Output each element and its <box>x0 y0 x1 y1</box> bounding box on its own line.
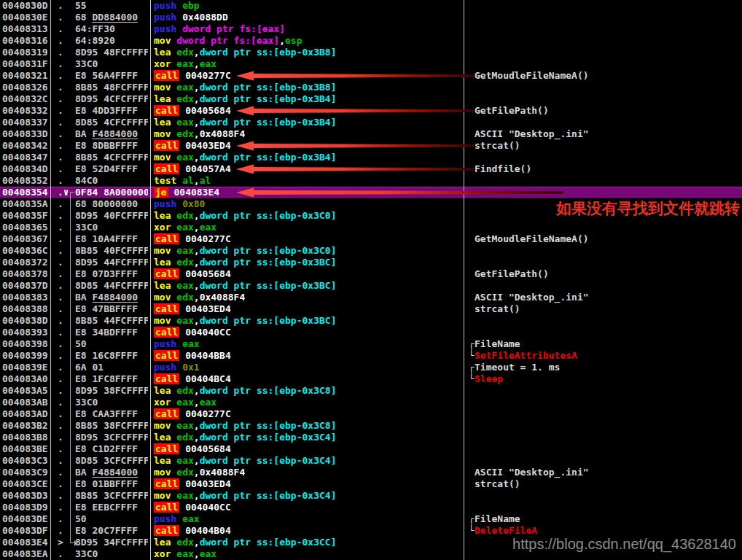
instruction-cell: xor eax,eax <box>154 397 216 408</box>
disasm-row[interactable]: 0040834D.E8 52D4FFFFcall 004057A4Findfil… <box>0 163 742 175</box>
disasm-row[interactable]: 0040837D.8D85 44FCFFFFlea eax,dword ptr … <box>0 280 742 292</box>
hex-bytes-cell: 8B85 3CFCFFFF <box>75 490 148 502</box>
disasm-row[interactable]: 0040838D.8B85 44FCFFFFmov eax,dword ptr … <box>0 315 742 327</box>
disasm-row[interactable]: 0040830D.55push ebp <box>0 0 742 12</box>
hex-bytes-cell: E8 52D4FFFF <box>75 163 148 175</box>
disasm-row[interactable]: 0040831F.33C0xor eax,eax <box>0 58 742 70</box>
hex-bytes-cell: 33C0 <box>75 548 148 560</box>
disasm-row[interactable]: 0040832C.8D95 4CFCFFFFlea edx,dword ptr … <box>0 93 742 105</box>
instruction-cell: call 00404B04 <box>154 525 231 537</box>
instruction-cell: lea edx,dword ptr ss:[ebp-0x3C0] <box>154 210 336 222</box>
flow-symbol: . <box>58 152 63 163</box>
address-cell: 00408383 <box>2 292 48 303</box>
address-cell: 004083A5 <box>2 385 48 397</box>
address-cell: 004083E4 <box>2 537 48 548</box>
disasm-row[interactable]: 0040830E.68 DD884000push 0x4088DD <box>0 12 742 23</box>
flow-symbol: . <box>58 338 63 350</box>
disasm-row[interactable]: 00408321.E8 56A4FFFFcall 0040277CGetMoud… <box>0 70 742 82</box>
disasm-row[interactable]: 00408383.BA F4884000mov edx,0x4088F4ASCI… <box>0 292 742 303</box>
disasm-row[interactable]: 004083DF.E8 20C7FFFFcall 00404B04└Delete… <box>0 525 742 537</box>
disasm-row[interactable]: 004083B8.8D95 3CFCFFFFlea edx,dword ptr … <box>0 432 742 443</box>
disasm-row[interactable]: 004083CE.E8 01BBFFFFcall 00403ED4strcat(… <box>0 478 742 490</box>
disasm-row[interactable]: 00408388.E8 47BBFFFFcall 00403ED4strcat(… <box>0 303 742 315</box>
comment-bracket: ┌ <box>469 362 475 373</box>
instruction-cell: push 0x4088DD <box>154 12 228 23</box>
instruction-cell: xor eax,eax <box>154 222 216 233</box>
disasm-row[interactable]: 00408354.∨0F84 8A000000je 004083E4 <box>0 187 742 198</box>
address-cell: 00408321 <box>2 70 48 82</box>
flow-symbol: . <box>58 198 63 210</box>
comment-cell: ASCII "Desktop_.ini" <box>475 128 589 140</box>
disasm-row[interactable]: 004083AD.E8 CAA3FFFFcall 0040277C <box>0 408 742 420</box>
instruction-cell: lea edx,dword ptr ss:[ebp-0x3B4] <box>154 93 336 105</box>
disasm-row[interactable]: 004083A0.E8 1FC8FFFFcall 00404BC4└Sleep <box>0 373 742 385</box>
flow-symbol: . <box>58 280 63 292</box>
flow-symbol: . <box>58 525 63 537</box>
comment-cell: Findfile() <box>475 163 531 175</box>
disasm-row[interactable]: 004083DE.50push eax┌FileName <box>0 513 742 525</box>
address-cell: 00408326 <box>2 82 48 93</box>
disasm-row[interactable]: 00408326.8B85 48FCFFFFmov eax,dword ptr … <box>0 82 742 93</box>
jump-line-start <box>70 192 74 192</box>
disasm-row[interactable]: 00408365.33C0xor eax,eax <box>0 222 742 233</box>
flow-symbol: . <box>58 0 63 12</box>
disasm-row[interactable]: 0040833D.BA F4884000mov edx,0x4088F4ASCI… <box>0 128 742 140</box>
address-cell: 00408398 <box>2 338 48 350</box>
disasm-row[interactable]: 004083B2.8B85 38FCFFFFmov eax,dword ptr … <box>0 420 742 432</box>
flow-symbol: . <box>58 93 63 105</box>
address-cell: 004083C9 <box>2 467 48 478</box>
disasm-row[interactable]: 00408313.64:FF30push dword ptr fs:[eax] <box>0 23 742 35</box>
disasm-row[interactable]: 004083BE.E8 C1D2FFFFcall 00405684 <box>0 443 742 455</box>
disasm-row[interactable]: 004083D9.E8 EEBCFFFFcall 004040CC <box>0 502 742 513</box>
hex-bytes-cell: E8 56A4FFFF <box>75 70 148 82</box>
disasm-row[interactable]: 00408319.8D95 48FCFFFFlea edx,dword ptr … <box>0 47 742 58</box>
disasm-row[interactable]: 0040836C.8B85 40FCFFFFmov eax,dword ptr … <box>0 245 742 257</box>
address-cell: 004083D3 <box>2 490 48 502</box>
disasm-row[interactable]: 0040839E.6A 01push 0x1┌Timeout = 1. ms <box>0 362 742 373</box>
disasm-row[interactable]: 00408372.8D95 44FCFFFFlea edx,dword ptr … <box>0 257 742 268</box>
disasm-row[interactable]: 00408393.E8 34BDFFFFcall 004040CC <box>0 327 742 338</box>
hex-bytes-cell: 84C0 <box>75 175 148 187</box>
hex-bytes-cell: 8D85 44FCFFFF <box>75 280 148 292</box>
instruction-cell: call 004057A4 <box>154 163 231 175</box>
disasm-row[interactable]: 004083D3.8B85 3CFCFFFFmov eax,dword ptr … <box>0 490 742 502</box>
disasm-row[interactable]: 00408398.50push eax┌FileName <box>0 338 742 350</box>
instruction-cell: lea eax,dword ptr ss:[ebp-0x3B4] <box>154 117 336 128</box>
flow-symbol: . <box>58 397 63 408</box>
address-cell: 00408342 <box>2 140 48 152</box>
disasm-row[interactable]: 004083C3.8D85 3CFCFFFFlea eax,dword ptr … <box>0 455 742 467</box>
disasm-row[interactable]: 00408352.84C0test al,al <box>0 175 742 187</box>
jump-line-vertical <box>70 192 71 543</box>
instruction-cell: mov edx,0x4088F4 <box>154 467 245 478</box>
hex-bytes-cell: 50 <box>75 338 148 350</box>
address-cell: 004083DE <box>2 513 48 525</box>
flow-symbol: . <box>58 443 63 455</box>
instruction-cell: push dword ptr fs:[eax] <box>154 23 285 35</box>
disasm-row[interactable]: 004083C9.BA F4884000mov edx,0x4088F4ASCI… <box>0 467 742 478</box>
comment-cell: strcat() <box>475 140 520 152</box>
instruction-cell: lea edx,dword ptr ss:[ebp-0x3BC] <box>154 257 336 268</box>
disasm-row[interactable]: 00408378.E8 07D3FFFFcall 00405684GetFile… <box>0 268 742 280</box>
comment-bracket: ┌ <box>469 513 475 525</box>
disasm-row[interactable]: 00408399.E8 16C8FFFFcall 00404BB4└SetFil… <box>0 350 742 362</box>
address-cell: 0040830E <box>2 12 48 23</box>
disasm-row[interactable]: 00408347.8B85 4CFCFFFFmov eax,dword ptr … <box>0 152 742 163</box>
disasm-row[interactable]: 004083A5.8D95 38FCFFFFlea edx,dword ptr … <box>0 385 742 397</box>
disasm-row[interactable]: 00408316.64:8920mov dword ptr fs:[eax],e… <box>0 35 742 47</box>
flow-symbol: . <box>58 502 63 513</box>
disasm-row[interactable]: 00408332.E8 4DD3FFFFcall 00405684GetFile… <box>0 105 742 117</box>
hex-bytes-cell: BA F4884000 <box>75 128 148 140</box>
disasm-row[interactable]: 00408342.E8 8DBBFFFFcall 00403ED4strcat(… <box>0 140 742 152</box>
address-cell: 00408316 <box>2 35 48 47</box>
disasm-row[interactable]: 00408367.E8 10A4FFFFcall 0040277CGetMoud… <box>0 233 742 245</box>
hex-bytes-cell: E8 01BBFFFF <box>75 478 148 490</box>
flow-symbol: . <box>58 455 63 467</box>
disasm-row[interactable]: 004083AB.33C0xor eax,eax <box>0 397 742 408</box>
address-cell: 00408354 <box>2 187 48 198</box>
disasm-row[interactable]: 00408337.8D85 4CFCFFFFlea eax,dword ptr … <box>0 117 742 128</box>
address-cell: 004083C3 <box>2 455 48 467</box>
comment-bracket: ┌ <box>469 338 475 350</box>
address-cell: 004083EA <box>2 548 48 560</box>
instruction-cell: lea edx,dword ptr ss:[ebp-0x3B8] <box>154 47 336 58</box>
instruction-cell: call 00405684 <box>154 105 231 117</box>
